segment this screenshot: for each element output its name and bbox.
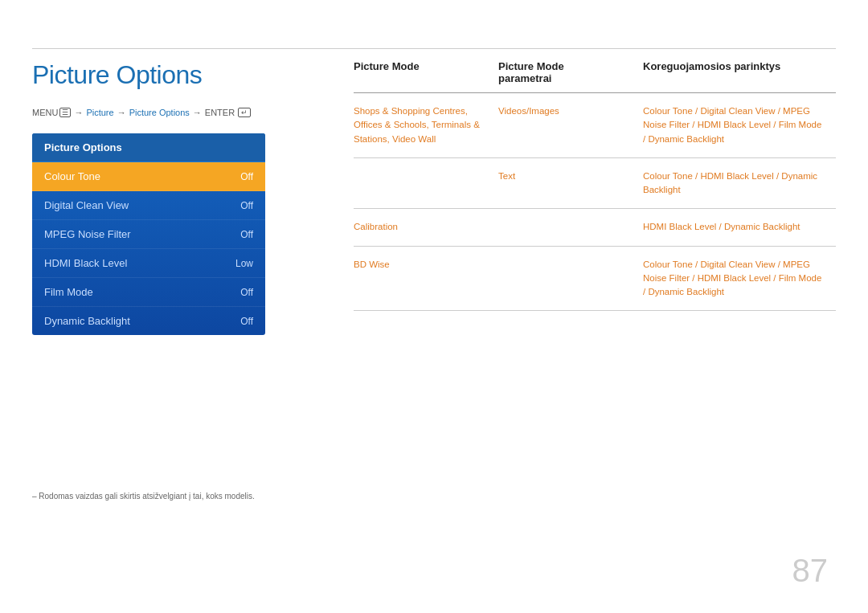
menu-item-mpeg-noise-filter[interactable]: MPEG Noise Filter Off [32,220,265,249]
table-row-2-options: Colour Tone / HDMI Black Level / Dynamic… [643,170,836,198]
table-header-mode: Picture Mode [354,60,498,84]
menu-item-dynamic-backlight-label: Dynamic Backlight [44,315,130,327]
table-header-options: Koreguojamosios parinktys [643,60,836,84]
breadcrumb-menu: MENU [32,108,58,117]
table-row-4: BD Wise Colour Tone / Digital Clean View… [354,247,836,312]
table-row-1-mode: Shops & Shopping Centres, Offices & Scho… [354,104,498,146]
breadcrumb-link1: Picture [86,108,113,117]
table-row-2: Text Colour Tone / HDMI Black Level / Dy… [354,158,836,210]
menu-item-digital-clean-view-value: Off [240,200,253,211]
table-row-4-options: Colour Tone / Digital Clean View / MPEG … [643,258,836,300]
menu-item-digital-clean-view-label: Digital Clean View [44,199,129,211]
page-container: Picture Options MENU ☰ → Picture → Pictu… [0,0,868,613]
menu-item-hdmi-black-level[interactable]: HDMI Black Level Low [32,249,265,278]
breadcrumb-link2: Picture Options [129,108,190,117]
top-divider [32,48,836,49]
menu-item-colour-tone-label: Colour Tone [44,170,100,182]
table-row-4-mode: BD Wise [354,258,498,272]
menu-item-film-mode-label: Film Mode [44,286,93,298]
menu-panel: Picture Options Colour Tone Off Digital … [32,133,265,335]
table-row-1: Shops & Shopping Centres, Offices & Scho… [354,93,836,158]
menu-item-colour-tone[interactable]: Colour Tone Off [32,162,265,191]
menu-item-mpeg-noise-filter-value: Off [240,229,253,240]
right-section: Picture Mode Picture Modeparametrai Kore… [354,60,836,311]
table-row-3: Calibration HDMI Black Level / Dynamic B… [354,209,836,246]
menu-item-mpeg-noise-filter-label: MPEG Noise Filter [44,228,131,240]
menu-item-digital-clean-view[interactable]: Digital Clean View Off [32,191,265,220]
menu-item-film-mode-value: Off [240,287,253,298]
breadcrumb-enter: ENTER [205,108,235,117]
table-header-parametrai: Picture Modeparametrai [498,60,643,84]
menu-item-film-mode[interactable]: Film Mode Off [32,278,265,307]
menu-item-dynamic-backlight[interactable]: Dynamic Backlight Off [32,307,265,335]
breadcrumb-arrow1: → [74,108,83,117]
table-row-3-options: HDMI Black Level / Dynamic Backlight [643,220,836,234]
table-row-3-mode: Calibration [354,220,498,234]
breadcrumb: MENU ☰ → Picture → Picture Options → ENT… [32,108,338,117]
breadcrumb-arrow3: → [193,108,202,117]
breadcrumb-arrow2: → [117,108,126,117]
table-row-1-parametrai: Videos/Images [498,104,643,118]
menu-panel-title: Picture Options [32,133,265,162]
menu-item-hdmi-black-level-label: HDMI Black Level [44,257,127,269]
page-number: 87 [792,553,829,589]
table-header: Picture Mode Picture Modeparametrai Kore… [354,60,836,93]
breadcrumb-menu-icon: ☰ [59,108,71,117]
page-title: Picture Options [32,60,338,90]
table-row-2-parametrai: Text [498,170,643,183]
left-section: Picture Options MENU ☰ → Picture → Pictu… [32,60,338,335]
footnote: – Rodomas vaizdas gali skirtis atsižvelg… [32,492,255,501]
breadcrumb-enter-icon: ↵ [238,108,251,117]
menu-item-dynamic-backlight-value: Off [240,316,253,327]
menu-item-colour-tone-value: Off [240,171,253,182]
table-row-1-options: Colour Tone / Digital Clean View / MPEG … [643,104,836,146]
menu-item-hdmi-black-level-value: Low [235,258,253,269]
